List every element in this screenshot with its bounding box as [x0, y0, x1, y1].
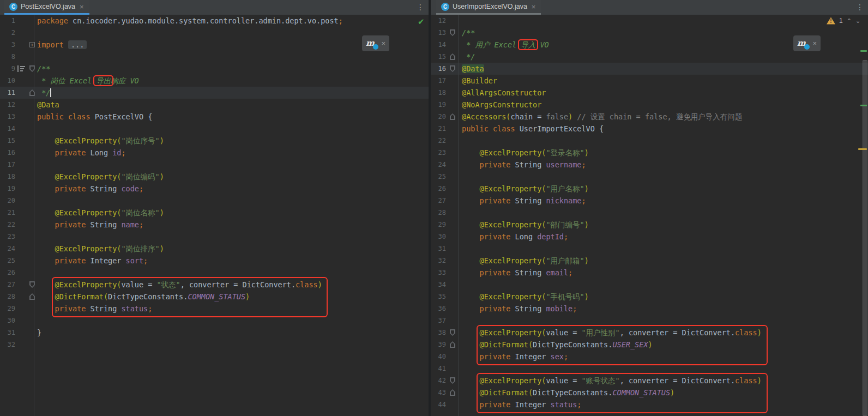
code-line[interactable]: 38 @ExcelProperty(value = "用户性别", conver… — [431, 327, 868, 339]
code-line[interactable]: 26 — [0, 267, 429, 279]
code-line[interactable]: 13public class PostExcelVO { — [0, 111, 429, 123]
code-line[interactable]: 24 @ExcelProperty("岗位排序") — [0, 243, 429, 255]
fold-end-icon[interactable] — [450, 341, 455, 348]
code-line[interactable]: 40 private Integer sex; — [431, 351, 868, 363]
code-line[interactable]: 24 private String username; — [431, 159, 868, 171]
line-number[interactable]: 23 — [431, 147, 446, 159]
line-number[interactable]: 19 — [431, 99, 446, 111]
code-line[interactable]: 15 @ExcelProperty("岗位序号") — [0, 135, 429, 147]
code-line[interactable]: 41 — [431, 363, 868, 375]
code-line[interactable]: 9/** — [0, 63, 429, 75]
line-number[interactable]: 37 — [431, 315, 446, 327]
vertical-scrollbar[interactable] — [863, 60, 867, 416]
line-number[interactable]: 31 — [431, 243, 446, 255]
line-number[interactable]: 8 — [0, 51, 15, 63]
fold-end-icon[interactable] — [450, 389, 455, 396]
line-number[interactable]: 15 — [431, 51, 446, 63]
line-number[interactable]: 18 — [431, 87, 446, 99]
line-number[interactable]: 34 — [431, 279, 446, 291]
fold-start-icon[interactable] — [450, 29, 455, 36]
line-number[interactable]: 16 — [431, 63, 446, 75]
line-number[interactable]: 15 — [0, 135, 15, 147]
line-number[interactable]: 27 — [0, 279, 15, 291]
code-line[interactable]: 21public class UserImportExcelVO { — [431, 123, 868, 135]
code-line[interactable]: 15 */ — [431, 51, 868, 63]
line-number[interactable]: 32 — [0, 339, 15, 351]
line-number[interactable]: 41 — [431, 363, 446, 375]
code-line[interactable]: 20@Accessors(chain = false) // 设置 chain … — [431, 111, 868, 123]
code-line[interactable]: 19@NoArgsConstructor — [431, 99, 868, 111]
line-number[interactable]: 16 — [0, 147, 15, 159]
line-number[interactable]: 21 — [0, 207, 15, 219]
line-number[interactable]: 40 — [431, 351, 446, 363]
code-editor-right[interactable]: 1213/**14 * 用户 Excel 导入 VO15 */16@Data17… — [431, 15, 868, 416]
line-number[interactable]: 20 — [0, 195, 15, 207]
line-number[interactable]: 3 — [0, 39, 15, 51]
close-icon[interactable]: × — [812, 39, 817, 47]
code-line[interactable]: 21 @ExcelProperty("岗位名称") — [0, 207, 429, 219]
code-line[interactable]: 32 @ExcelProperty("用户邮箱") — [431, 255, 868, 267]
code-line[interactable]: 37 — [431, 315, 868, 327]
code-line[interactable]: 14 — [0, 123, 429, 135]
code-line[interactable]: 44 private Integer status; — [431, 399, 868, 411]
line-number[interactable]: 29 — [431, 219, 446, 231]
tab-postexcelvo[interactable]: C PostExcelVO.java × — [4, 0, 89, 15]
error-stripe-mark[interactable] — [860, 50, 867, 52]
inspections-widget[interactable]: 1 ⌃ ⌄ — [827, 17, 860, 25]
fold-end-icon[interactable] — [450, 53, 455, 60]
code-line[interactable]: 28 — [431, 207, 868, 219]
code-line[interactable]: 12@Data — [0, 99, 429, 111]
code-line[interactable]: 29 private String status; — [0, 303, 429, 315]
code-line[interactable]: 27 @ExcelProperty(value = "状态", converte… — [0, 279, 429, 291]
line-number[interactable]: 25 — [0, 255, 15, 267]
line-number[interactable]: 12 — [0, 99, 15, 111]
close-icon[interactable]: × — [531, 3, 536, 11]
line-number[interactable]: 28 — [0, 291, 15, 303]
code-line[interactable]: 43 @DictFormat(DictTypeConstants.COMMON_… — [431, 387, 868, 399]
code-line[interactable]: 28 @DictFormat(DictTypeConstants.COMMON_… — [0, 291, 429, 303]
line-number[interactable]: 22 — [0, 219, 15, 231]
code-line[interactable]: 10 * 岗位 Excel 导出响应 VO — [0, 75, 429, 87]
fold-start-icon[interactable] — [450, 65, 455, 72]
line-number[interactable]: 42 — [431, 375, 446, 387]
line-number[interactable]: 9 — [0, 63, 15, 75]
line-number[interactable]: 14 — [431, 39, 446, 51]
code-line[interactable]: 20 — [0, 195, 429, 207]
code-line[interactable]: 30 — [0, 315, 429, 327]
floating-assistant-widget[interactable]: m × — [793, 35, 821, 51]
line-number[interactable]: 25 — [431, 171, 446, 183]
line-number[interactable]: 13 — [0, 111, 15, 123]
code-line[interactable]: 32 — [0, 339, 429, 351]
code-line[interactable]: 31 — [431, 243, 868, 255]
code-line[interactable]: 16@Data — [431, 63, 868, 75]
line-number[interactable]: 24 — [0, 243, 15, 255]
code-line[interactable]: 34 — [431, 279, 868, 291]
more-options-icon[interactable]: ⋮ — [856, 2, 864, 13]
code-line[interactable]: 36 private String mobile; — [431, 303, 868, 315]
line-number[interactable]: 27 — [431, 195, 446, 207]
code-line[interactable]: 18@AllArgsConstructor — [431, 87, 868, 99]
next-problem-icon[interactable]: ⌄ — [855, 17, 860, 25]
line-number[interactable]: 35 — [431, 291, 446, 303]
more-options-icon[interactable]: ⋮ — [417, 2, 424, 13]
code-line[interactable]: 17@Builder — [431, 75, 868, 87]
close-icon[interactable]: × — [79, 3, 84, 11]
line-number[interactable]: 11 — [0, 87, 15, 99]
code-line[interactable]: 42 @ExcelProperty(value = "账号状态", conver… — [431, 375, 868, 387]
code-line[interactable]: 39 @DictFormat(DictTypeConstants.USER_SE… — [431, 339, 868, 351]
code-line[interactable]: 23 @ExcelProperty("登录名称") — [431, 147, 868, 159]
code-line[interactable]: 30 private Long deptId; — [431, 231, 868, 243]
line-number[interactable]: 12 — [431, 15, 446, 27]
close-icon[interactable]: × — [381, 39, 385, 47]
line-number[interactable]: 10 — [0, 75, 15, 87]
line-number[interactable]: 30 — [431, 231, 446, 243]
code-line[interactable]: 19 private String code; — [0, 183, 429, 195]
line-number[interactable]: 44 — [431, 399, 446, 411]
code-line[interactable]: 27 private String nickname; — [431, 195, 868, 207]
line-number[interactable]: 22 — [431, 135, 446, 147]
tab-userimportexcelvo[interactable]: C UserImportExcelVO.java × — [436, 0, 541, 15]
code-line[interactable]: 26 @ExcelProperty("用户名称") — [431, 183, 868, 195]
error-stripe-mark[interactable] — [858, 148, 867, 150]
fold-start-icon[interactable] — [450, 329, 455, 336]
line-number[interactable]: 13 — [431, 27, 446, 39]
